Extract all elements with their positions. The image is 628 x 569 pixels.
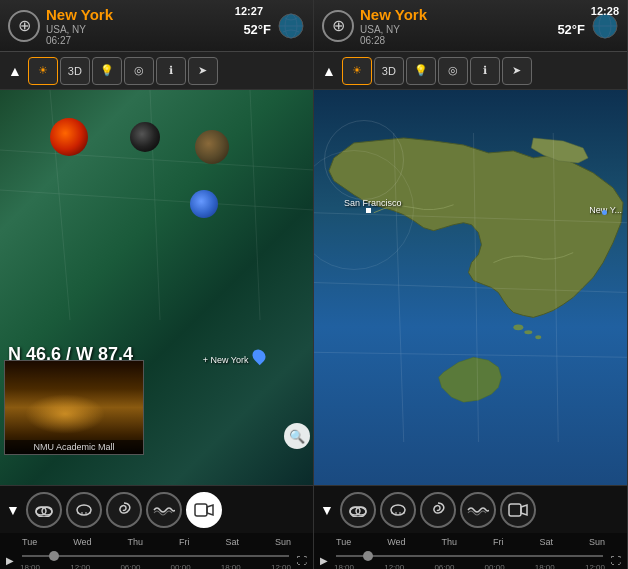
right-city-time: 06:28 (360, 35, 551, 46)
svg-point-30 (391, 505, 405, 515)
left-bb-wind[interactable] (66, 492, 102, 528)
left-panel: ⊕ New York USA, NY 06:27 12:27 52°F ▲ ☀ … (0, 0, 314, 569)
svg-point-20 (535, 335, 541, 339)
svg-line-7 (250, 90, 260, 320)
svg-point-19 (524, 330, 532, 334)
time-6-right: 12:00 (585, 563, 605, 569)
right-bb-wind[interactable] (380, 492, 416, 528)
pin-dot-left (250, 347, 268, 365)
time-3-left: 06:00 (120, 563, 140, 569)
right-toolbar-chevron[interactable]: ▲ (318, 61, 340, 81)
newyork-pin-label-left: + New York (203, 355, 249, 365)
left-timeline-times: 18:00 12:00 06:00 00:00 18:00 12:00 (18, 563, 293, 569)
left-city-time: 06:27 (46, 35, 237, 46)
right-tb-info[interactable]: ℹ (470, 57, 500, 85)
day-fri-right: Fri (493, 537, 504, 547)
svg-marker-14 (207, 505, 213, 515)
right-city-name: New York (360, 6, 551, 24)
day-tue-left: Tue (22, 537, 37, 547)
right-temp: 52°F (557, 22, 585, 37)
time-4-right: 00:00 (485, 563, 505, 569)
right-tb-pin[interactable]: ◎ (438, 57, 468, 85)
compass-icon-right[interactable]: ⊕ (322, 10, 354, 42)
right-tb-sun[interactable]: ☀ (342, 57, 372, 85)
left-tb-light[interactable]: 💡 (92, 57, 122, 85)
sf-dot (366, 208, 371, 213)
globe-icon-left (277, 12, 305, 40)
day-thu-right: Thu (441, 537, 457, 547)
left-tb-pin[interactable]: ◎ (124, 57, 154, 85)
right-timeline: Tue Wed Thu Fri Sat Sun ▶ 18:00 12:00 06… (314, 533, 627, 569)
fullscreen-button-right[interactable]: ⛶ (609, 555, 623, 566)
weather-ball-earth (195, 130, 229, 164)
right-city-info: New York USA, NY 06:28 (360, 6, 551, 46)
right-toolbar: ▲ ☀ 3D 💡 ◎ ℹ ➤ (314, 52, 627, 90)
right-bb-cloud[interactable] (340, 492, 376, 528)
svg-point-10 (42, 507, 52, 515)
sanfrancisco-label: San Francisco (344, 198, 402, 208)
left-map[interactable]: N 46.6 / W 87.4 + New York NMU Academic … (0, 90, 313, 485)
cam-thumbnail[interactable]: NMU Academic Mall (4, 360, 144, 455)
left-timeline-line (22, 555, 289, 557)
day-thu-left: Thu (127, 537, 143, 547)
right-header: ⊕ New York USA, NY 06:28 12:28 52°F (314, 0, 627, 52)
left-bottom-bar: ▼ (0, 485, 313, 533)
time-1-left: 18:00 (20, 563, 40, 569)
day-sun-right: Sun (589, 537, 605, 547)
left-bb-cyclone[interactable] (106, 492, 142, 528)
day-sat-left: Sat (225, 537, 239, 547)
right-bb-cyclone[interactable] (420, 492, 456, 528)
right-timeline-thumb[interactable] (363, 551, 373, 561)
right-timeline-row: ▶ 18:00 12:00 06:00 00:00 18:00 12:00 ⛶ (318, 549, 623, 569)
right-map[interactable]: San Francisco New Y... (314, 90, 627, 485)
left-city-region: USA, NY (46, 24, 237, 35)
cam-search-button[interactable]: 🔍 (284, 423, 310, 449)
left-toolbar-chevron[interactable]: ▲ (4, 61, 26, 81)
fullscreen-button-left[interactable]: ⛶ (295, 555, 309, 566)
left-bb-cloud[interactable] (26, 492, 62, 528)
left-timeline-thumb[interactable] (49, 551, 59, 561)
time-1-right: 18:00 (334, 563, 354, 569)
svg-marker-33 (521, 505, 527, 515)
time-2-left: 12:00 (70, 563, 90, 569)
day-wed-left: Wed (73, 537, 91, 547)
left-city-info: New York USA, NY 06:27 (46, 6, 237, 46)
left-tb-sun[interactable]: ☀ (28, 57, 58, 85)
ny-dot (602, 210, 607, 215)
left-clock: 12:27 (235, 5, 263, 17)
left-bottom-chevron[interactable]: ▼ (4, 500, 22, 520)
play-button-right[interactable]: ▶ (318, 555, 330, 566)
left-bb-wave[interactable] (146, 492, 182, 528)
right-bb-video[interactable] (500, 492, 536, 528)
right-tb-3d[interactable]: 3D (374, 57, 404, 85)
left-map-area: N 46.6 / W 87.4 + New York NMU Academic … (0, 90, 313, 485)
left-temp: 52°F (243, 22, 271, 37)
right-tb-light[interactable]: 💡 (406, 57, 436, 85)
newyork-pin-left: + New York (203, 349, 265, 367)
left-bb-video[interactable] (186, 492, 222, 528)
svg-point-18 (513, 324, 523, 330)
right-bb-wave[interactable] (460, 492, 496, 528)
right-temp-block: 12:28 52°F (557, 14, 585, 37)
right-timeline-track[interactable] (332, 549, 607, 563)
right-bottom-chevron[interactable]: ▼ (318, 500, 336, 520)
day-wed-right: Wed (387, 537, 405, 547)
left-timeline: Tue Wed Thu Fri Sat Sun ▶ 18:00 12:00 06… (0, 533, 313, 569)
left-tb-info[interactable]: ℹ (156, 57, 186, 85)
svg-line-3 (0, 150, 313, 170)
play-button-left[interactable]: ▶ (4, 555, 16, 566)
compass-icon-left[interactable]: ⊕ (8, 10, 40, 42)
left-toolbar: ▲ ☀ 3D 💡 ◎ ℹ ➤ (0, 52, 313, 90)
day-sat-right: Sat (539, 537, 553, 547)
time-5-left: 18:00 (221, 563, 241, 569)
left-tb-3d[interactable]: 3D (60, 57, 90, 85)
right-panel: ⊕ New York USA, NY 06:28 12:28 52°F ▲ ☀ … (314, 0, 628, 569)
day-fri-left: Fri (179, 537, 190, 547)
left-timeline-track[interactable] (18, 549, 293, 563)
time-4-left: 00:00 (171, 563, 191, 569)
right-tb-nav[interactable]: ➤ (502, 57, 532, 85)
left-tb-nav[interactable]: ➤ (188, 57, 218, 85)
right-clock: 12:28 (591, 5, 619, 17)
svg-point-29 (356, 507, 366, 515)
left-header: ⊕ New York USA, NY 06:27 12:27 52°F (0, 0, 313, 52)
